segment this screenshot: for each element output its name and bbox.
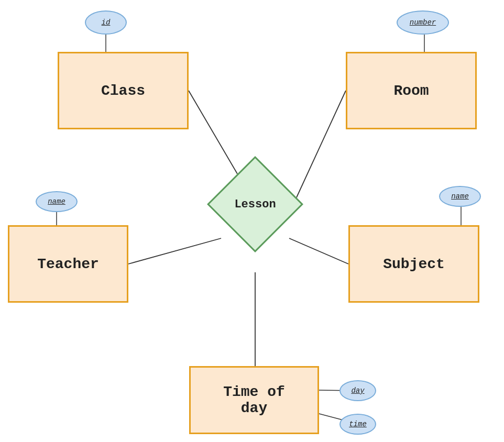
teacher-name-label: name <box>48 197 65 206</box>
teacher-label: Teacher <box>37 256 99 272</box>
subject-label: Subject <box>383 256 445 272</box>
svg-line-3 <box>289 238 348 264</box>
subject-entity: Subject <box>348 225 479 303</box>
room-entity: Room <box>346 52 477 129</box>
class-id-label: id <box>102 18 111 27</box>
lesson-relationship: Lesson <box>221 170 289 238</box>
room-number-label: number <box>410 18 436 27</box>
teacher-name-attr: name <box>36 191 78 212</box>
subject-name-label: name <box>451 192 469 201</box>
timeofday-entity: Time of day <box>189 366 319 434</box>
room-label: Room <box>393 83 429 99</box>
lesson-label: Lesson <box>221 170 289 238</box>
svg-line-2 <box>128 238 221 264</box>
room-number-attr: number <box>397 10 449 35</box>
class-id-attr: id <box>85 10 127 35</box>
subject-name-attr: name <box>439 186 481 207</box>
class-entity: Class <box>58 52 189 129</box>
tod-time-label: time <box>349 420 367 428</box>
teacher-entity: Teacher <box>8 225 128 303</box>
timeofday-label: Time of day <box>223 384 285 416</box>
tod-day-attr: day <box>339 380 376 401</box>
tod-day-label: day <box>351 386 364 395</box>
class-label: Class <box>101 83 145 99</box>
er-diagram: Class Room Teacher Subject Time of day L… <box>0 0 504 442</box>
tod-time-attr: time <box>339 414 376 435</box>
svg-line-1 <box>293 91 346 204</box>
